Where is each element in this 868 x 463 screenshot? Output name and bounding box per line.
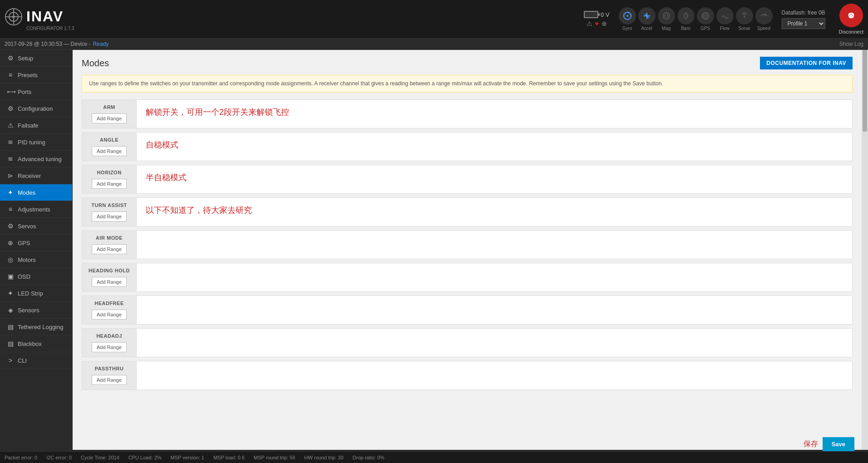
horizon-annotation: 半自稳模式 <box>146 172 187 183</box>
sidebar-item-pid-tuning[interactable]: ≋ PID tuning <box>0 134 72 151</box>
passthru-label-col: PASSTHRU Add Range <box>82 361 137 389</box>
sidebar-item-gps[interactable]: ⊕ GPS <box>0 235 72 251</box>
headfree-label-col: HEADFREE Add Range <box>82 296 137 324</box>
dataflash-label: Dataflash: free 0B <box>782 10 825 16</box>
svg-point-6 <box>626 15 628 17</box>
sidebar-item-ports-label: Ports <box>18 89 31 95</box>
sidebar-item-osd[interactable]: ▣ OSD <box>0 268 72 285</box>
modes-icon: ✦ <box>7 189 14 196</box>
msp-version: MSP version: 1 <box>171 455 204 460</box>
gyro-label: Gyro <box>622 26 632 31</box>
headadj-mode-name: HEADADJ <box>96 333 122 339</box>
receiver-icon: ⊳ <box>7 172 14 179</box>
cli-icon: > <box>7 357 14 364</box>
status-ready: Ready <box>93 41 109 47</box>
sidebar-item-configuration[interactable]: ⚙ Configuration <box>0 100 72 117</box>
setup-icon: ⚙ <box>7 54 14 62</box>
sidebar-item-modes[interactable]: ✦ Modes <box>0 184 72 201</box>
sensor-baro: Baro <box>677 7 695 31</box>
osd-icon: ▣ <box>7 273 14 280</box>
baro-icon <box>677 7 695 25</box>
mag-label: Mag <box>662 26 671 31</box>
mode-row-angle: ANGLE Add Range 自稳模式 <box>82 132 853 161</box>
sidebar-item-adjustments[interactable]: ≡ Adjustments <box>0 201 72 218</box>
app-logo: INAV <box>5 8 64 26</box>
svg-point-4 <box>12 15 15 18</box>
turn-assist-add-range-button[interactable]: Add Range <box>92 212 127 222</box>
sidebar-item-servos[interactable]: ⚙ Servos <box>0 218 72 235</box>
heading-hold-content <box>137 263 852 277</box>
failsafe-icon: ⚠ <box>7 122 14 129</box>
air-mode-content <box>137 231 852 244</box>
headfree-content <box>137 296 852 310</box>
profile-select[interactable]: Profile 1 Profile 2 Profile 3 <box>782 18 825 29</box>
turn-assist-label-col: TURN ASSIST Add Range <box>82 198 137 226</box>
arm-add-range-button[interactable]: Add Range <box>92 113 127 123</box>
heading-hold-add-range-button[interactable]: Add Range <box>92 277 127 287</box>
flow-label: Flow <box>720 26 730 31</box>
modes-title: Modes <box>82 58 109 69</box>
mode-row-arm: ARM Add Range 解锁开关，可用一个2段开关来解锁飞控 <box>82 99 853 128</box>
sensor-flow: Flow <box>716 7 734 31</box>
horizon-mode-name: HORIZON <box>97 170 121 175</box>
svg-point-10 <box>663 13 670 19</box>
mode-row-headfree: HEADFREE Add Range <box>82 296 853 325</box>
i2c-error: I2C error: 0 <box>46 455 72 460</box>
sensor-icons: Gyro Accel Mag Baro GPS <box>619 7 773 31</box>
battery-display: 0 V <box>584 11 610 18</box>
packet-error: Packet error: 0 <box>5 455 37 460</box>
tethered-icon: ▤ <box>7 323 14 330</box>
battery-icon <box>584 11 598 18</box>
sidebar-item-advanced-tuning[interactable]: ≋ Advanced tuning <box>0 151 72 167</box>
turn-assist-mode-name: TURN ASSIST <box>91 202 127 208</box>
headfree-mode-name: HEADFREE <box>94 300 124 306</box>
drop-ratio: Drop ratio: 0% <box>353 455 385 460</box>
sidebar-item-receiver[interactable]: ⊳ Receiver <box>0 167 72 184</box>
air-mode-add-range-button[interactable]: Add Range <box>92 244 127 254</box>
sidebar-item-led-strip[interactable]: ✦ LED Strip <box>0 285 72 302</box>
save-button[interactable]: Save <box>823 437 854 451</box>
sidebar-item-failsafe[interactable]: ⚠ Failsafe <box>0 117 72 134</box>
sidebar-item-motors[interactable]: ◎ Motors <box>0 251 72 268</box>
passthru-add-range-button[interactable]: Add Range <box>92 375 127 385</box>
sidebar-item-tethered-logging[interactable]: ▤ Tethered Logging <box>0 319 72 335</box>
gyro-icon <box>619 7 636 25</box>
accel-label: Accel <box>641 26 652 31</box>
scrollbar-track[interactable] <box>862 50 868 450</box>
modes-header: Modes DOCUMENTATION FOR INAV <box>82 57 853 69</box>
sidebar-item-sensors[interactable]: ◈ Sensors <box>0 302 72 319</box>
sidebar-item-presets[interactable]: ≡ Presets <box>0 67 72 84</box>
configuration-icon: ⚙ <box>7 105 14 112</box>
sidebar-item-tethered-label: Tethered Logging <box>18 324 63 330</box>
show-log-button[interactable]: Show Log <box>839 41 863 47</box>
horizon-add-range-button[interactable]: Add Range <box>92 179 127 189</box>
scrollbar-thumb[interactable] <box>863 50 867 132</box>
content-area: Modes DOCUMENTATION FOR INAV Use ranges … <box>73 50 862 450</box>
battery-section: 0 V ⚠ ♥ ⊕ <box>584 11 610 27</box>
sidebar-item-failsafe-label: Failsafe <box>18 122 39 129</box>
sidebar-item-setup[interactable]: ⚙ Setup <box>0 50 72 67</box>
headadj-add-range-button[interactable]: Add Range <box>92 342 127 352</box>
sidebar-item-blackbox[interactable]: ▤ Blackbox <box>0 335 72 352</box>
sidebar-item-ports[interactable]: ⟷ Ports <box>0 84 72 100</box>
heading-hold-label-col: HEADING HOLD Add Range <box>82 263 137 291</box>
sidebar-item-cli-label: CLI <box>18 357 27 364</box>
mode-row-heading-hold: HEADING HOLD Add Range <box>82 263 853 292</box>
mode-row-horizon: HORIZON Add Range 半自稳模式 <box>82 165 853 194</box>
headadj-label-col: HEADADJ Add Range <box>82 329 137 357</box>
flow-icon <box>716 7 734 25</box>
documentation-button[interactable]: DOCUMENTATION FOR INAV <box>760 57 853 69</box>
sidebar-item-cli[interactable]: > CLI <box>0 352 72 369</box>
top-header: INAV CONFIGURATOR 1.7.3 0 V ⚠ ♥ ⊕ Gyro A… <box>0 0 868 39</box>
headfree-add-range-button[interactable]: Add Range <box>92 310 127 320</box>
advanced-tuning-icon: ≋ <box>7 155 14 163</box>
speed-icon <box>755 7 773 25</box>
link-icon: ⊕ <box>602 20 607 27</box>
sidebar-item-configuration-label: Configuration <box>18 105 53 112</box>
mode-row-turn-assist: TURN ASSIST Add Range 以下不知道了，待大家去研究 <box>82 197 853 227</box>
horizon-label-col: HORIZON Add Range <box>82 165 137 193</box>
angle-add-range-button[interactable]: Add Range <box>92 146 127 156</box>
sidebar-item-modes-label: Modes <box>18 189 35 196</box>
disconnect-button[interactable]: Disconnect <box>839 4 863 34</box>
mode-row-passthru: PASSTHRU Add Range <box>82 361 853 390</box>
